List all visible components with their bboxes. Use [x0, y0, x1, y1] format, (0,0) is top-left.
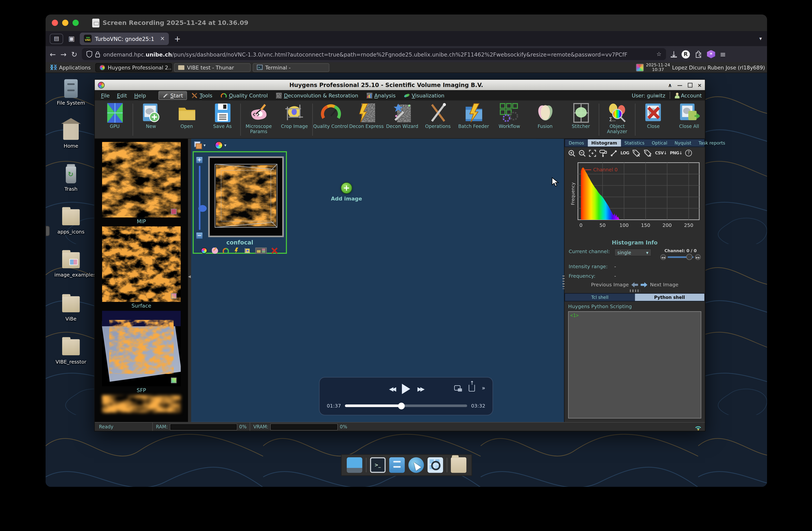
desktop-icon-vibe-resstor[interactable]: VIBE_resstor: [49, 337, 93, 365]
toolbar-decon-express-button[interactable]: Decon Express: [348, 102, 384, 129]
toolbar-object-analyzer-button[interactable]: Σ.. Object Analyzer: [599, 102, 635, 134]
zoom-in-button[interactable]: +: [196, 157, 203, 164]
toolbar-decon-wizard-button[interactable]: Decon Wizard: [385, 102, 420, 129]
traffic-minimize-button[interactable]: [62, 20, 68, 26]
ribbon-tab-start[interactable]: Start: [158, 91, 187, 100]
firefox-view-icon[interactable]: ▣: [68, 35, 75, 42]
dock-app-finder-icon[interactable]: [427, 457, 443, 473]
toolbar-open-button[interactable]: Open: [169, 102, 205, 129]
export-png-button[interactable]: PNG↓: [670, 151, 682, 155]
downloads-icon[interactable]: ↓: [671, 51, 677, 57]
gauge-mini-icon[interactable]: [223, 248, 229, 254]
desktop-icon-home[interactable]: Home: [49, 121, 93, 149]
more-controls-icon[interactable]: »: [482, 385, 485, 392]
desktop-icon-trash[interactable]: Trash: [49, 164, 93, 192]
seek-bar[interactable]: [345, 404, 467, 407]
previous-image-button[interactable]: Previous Image: [591, 282, 629, 287]
toolbar-close-button[interactable]: Close: [635, 102, 671, 129]
tab-task-reports[interactable]: Task reports: [695, 139, 729, 147]
zoom-track[interactable]: [199, 166, 201, 230]
toolbar-fusion-button[interactable]: Fusion: [527, 102, 563, 129]
lock-icon[interactable]: [95, 51, 100, 57]
ribbon-tab-tools[interactable]: Tools: [188, 91, 216, 99]
colormap-icon[interactable]: [201, 248, 207, 254]
desktop-icon-image-examples[interactable]: image_examples: [49, 250, 93, 278]
user-avatar[interactable]: [636, 63, 644, 71]
toolbar-stitcher-button[interactable]: Stitcher: [563, 102, 599, 129]
profile-badge[interactable]: R: [682, 50, 690, 58]
zoom-out-button[interactable]: −: [196, 232, 203, 239]
zoom-slider[interactable]: + −: [196, 157, 204, 239]
previous-arrow-icon[interactable]: [632, 282, 638, 287]
toolbar-new-button[interactable]: New: [133, 102, 169, 129]
picture-in-picture-icon[interactable]: [454, 385, 462, 391]
close-icon[interactable]: ×: [697, 82, 702, 88]
reload-icon[interactable]: ↻: [71, 50, 77, 58]
tab-python-shell[interactable]: Python shell: [635, 294, 704, 301]
panel-splitter[interactable]: ◀: [188, 139, 191, 422]
dock-display-icon[interactable]: [347, 457, 362, 473]
zoom-fit-icon[interactable]: [589, 149, 596, 157]
taskbar-window-terminal[interactable]: >_ Terminal -: [253, 63, 329, 72]
thumbnail-surface[interactable]: Surface: [100, 226, 183, 309]
dock-folder-icon[interactable]: [451, 457, 466, 473]
shade-icon[interactable]: ∧: [668, 82, 672, 88]
channel-thumb[interactable]: [686, 254, 692, 260]
ribbon-tab-analysis[interactable]: Analysis: [363, 91, 399, 99]
tab-close-icon[interactable]: ×: [160, 35, 165, 42]
selected-image-tile[interactable]: + −: [192, 151, 287, 254]
bookmark-star-icon[interactable]: ☆: [656, 51, 662, 58]
back-icon[interactable]: ←: [50, 50, 56, 58]
sidebar-toggle-icon[interactable]: ▤: [50, 33, 63, 44]
histogram-chart[interactable]: Frequency 050100150200250Channel 0: [565, 159, 705, 237]
fast-forward-icon[interactable]: ▶▶: [417, 385, 423, 392]
desktop-icon-apps-icons[interactable]: apps_icons: [49, 207, 93, 235]
traffic-close-button[interactable]: [52, 20, 58, 26]
ribbon-tab-quality-control[interactable]: Quality Control: [217, 91, 272, 99]
toolbar-gpu-button[interactable]: GPU: [97, 102, 133, 129]
menu-file[interactable]: File: [98, 92, 113, 99]
tab-statistics[interactable]: Statistics: [621, 139, 648, 147]
new-tab-button[interactable]: +: [174, 34, 181, 43]
collapse-arrow-icon[interactable]: ◀: [188, 275, 191, 279]
toolbar-operations-button[interactable]: Operations: [420, 102, 456, 129]
right-panel-grip[interactable]: [563, 276, 565, 289]
menu-help[interactable]: Help: [131, 92, 149, 99]
toolbar-close-all-button[interactable]: Close All: [671, 102, 705, 129]
paint-roller-icon[interactable]: [599, 149, 607, 157]
toolbar-batch-feeder-button[interactable]: Batch Feeder: [456, 102, 492, 129]
forward-icon[interactable]: →: [60, 50, 67, 58]
dock-web-browser-icon[interactable]: [408, 457, 424, 473]
lightning-icon[interactable]: [233, 248, 240, 254]
taskbar-clock[interactable]: 2025-11-24 10:37: [646, 62, 670, 72]
view-mode-dropdown[interactable]: ▾: [194, 141, 206, 150]
zoom-thumb[interactable]: [198, 205, 207, 212]
rewind-icon[interactable]: ◀◀: [389, 385, 395, 392]
shell-splitter-grip[interactable]: [629, 290, 640, 292]
browser-tab-active[interactable]: noVNC TurboVNC: gnode25:1 (rl18y689 ×: [80, 32, 169, 45]
menu-edit[interactable]: Edit: [114, 92, 130, 99]
channel-mode-select[interactable]: single▾: [614, 249, 651, 256]
account-button[interactable]: Account: [681, 92, 701, 98]
desktop-icon-file-system[interactable]: File System: [49, 78, 93, 106]
channel-track[interactable]: [668, 256, 694, 258]
extensions-puzzle-icon[interactable]: [695, 50, 702, 58]
toolbar-save-as-button[interactable]: Save As: [205, 102, 240, 129]
add-image-plus-icon[interactable]: +: [341, 182, 352, 194]
ribbon-tab-deconvolution[interactable]: Deconvolution & Restoration: [273, 91, 362, 99]
applications-menu-button[interactable]: Applications: [48, 64, 93, 71]
toolbar-workflow-button[interactable]: Workflow: [492, 102, 527, 129]
taskbar-window-huygens[interactable]: Huygens Professional 2...: [95, 63, 172, 72]
panel-hide-handle[interactable]: [45, 226, 49, 236]
thumbnail-partial[interactable]: [100, 395, 183, 413]
colormap-dropdown[interactable]: ▾: [215, 141, 226, 150]
tab-optical[interactable]: Optical: [648, 139, 671, 147]
tab-demos[interactable]: Demos: [565, 139, 588, 147]
desktop-icon-vibe[interactable]: ViBe: [49, 294, 93, 322]
menu-hamburger-icon[interactable]: ≡: [720, 50, 726, 58]
maximize-icon[interactable]: [687, 83, 692, 87]
confocal-image[interactable]: [208, 157, 284, 237]
toolbar-microscope-params-button[interactable]: Microscope Params: [241, 102, 276, 134]
dock-terminal-icon[interactable]: >_: [370, 457, 385, 473]
tag-save-icon[interactable]: [643, 149, 652, 157]
